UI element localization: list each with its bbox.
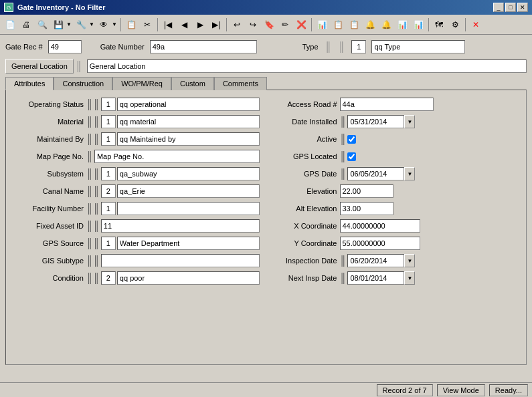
next-insp-date-dropdown[interactable]: ▼ xyxy=(404,271,415,285)
report3-button[interactable]: 📋 xyxy=(347,17,361,32)
access-road-input[interactable] xyxy=(340,98,434,111)
report2-button[interactable]: 📋 xyxy=(331,17,345,32)
two-column-layout: Operating Status ║║ 1 Material ║║ 1 xyxy=(13,97,519,288)
undo-button[interactable]: ↩ xyxy=(230,17,244,32)
active-checkbox[interactable] xyxy=(347,135,356,144)
search-button[interactable]: 🔍 xyxy=(35,17,50,32)
tab-attributes[interactable]: Attributes xyxy=(5,77,54,90)
gps-located-label: GPS Located xyxy=(273,152,340,160)
subsystem-input[interactable] xyxy=(117,167,260,180)
gps-date-dropdown[interactable]: ▼ xyxy=(404,167,415,180)
title-bar: G Gate Inventory - No Filter _ □ ✕ xyxy=(0,0,532,15)
x-coord-input[interactable] xyxy=(340,219,420,233)
save-dropdown[interactable]: ▼ xyxy=(66,17,72,32)
alt-elevation-input[interactable] xyxy=(340,202,393,215)
map-button[interactable]: 🗺 xyxy=(432,17,446,32)
alt-elevation-label: Alt Elevation xyxy=(273,205,340,213)
date-installed-input[interactable] xyxy=(347,115,404,128)
material-row: Material ║║ 1 xyxy=(13,114,260,129)
fixed-asset-id-input[interactable] xyxy=(101,219,260,233)
print-button[interactable]: 🖨 xyxy=(19,17,33,32)
settings-button[interactable]: ⚙ xyxy=(448,17,462,32)
bookmark-button[interactable]: 🔖 xyxy=(262,17,276,32)
edit-button[interactable]: ✏ xyxy=(278,17,292,32)
map-page-row: Map Page No. ║ xyxy=(13,149,260,164)
header-fields: Gate Rec # Gate Number Type ║ ║ 1 xyxy=(3,37,529,56)
separator-5 xyxy=(428,18,429,31)
gis-subtype-input[interactable] xyxy=(101,254,260,267)
elevation-input[interactable] xyxy=(340,184,393,198)
facility-number-row: Facility Number ║║ 1 xyxy=(13,201,260,216)
canal-name-input[interactable] xyxy=(117,184,260,198)
tab-custom[interactable]: Custom xyxy=(171,77,214,90)
condition-input[interactable] xyxy=(117,271,260,285)
redo-button[interactable]: ↪ xyxy=(246,17,260,32)
type-label: Type xyxy=(302,43,319,51)
condition-label: Condition xyxy=(13,274,86,282)
save-button[interactable]: 💾 xyxy=(51,17,66,32)
next-record-button[interactable]: ▶ xyxy=(193,17,207,32)
delete-button[interactable]: ❌ xyxy=(294,17,308,32)
x-coord-row: X Coordinate xyxy=(273,219,520,233)
status-bar: Record 2 of 7 View Mode Ready... xyxy=(0,382,532,397)
gps-located-row: GPS Located ║ xyxy=(273,149,520,164)
minimize-button[interactable]: _ xyxy=(493,3,504,12)
gps-source-input[interactable] xyxy=(117,237,260,250)
date-installed-dropdown[interactable]: ▼ xyxy=(404,115,415,128)
inspection-date-dropdown[interactable]: ▼ xyxy=(404,254,415,267)
map-page-input[interactable] xyxy=(94,150,260,163)
tab-construction[interactable]: Construction xyxy=(54,77,112,90)
gps-located-checkbox[interactable] xyxy=(347,152,356,161)
gate-rec-input[interactable] xyxy=(48,40,82,53)
active-row: Active ║ xyxy=(273,132,520,146)
prev-record-button[interactable]: ◀ xyxy=(177,17,191,32)
close-button[interactable]: ✕ xyxy=(517,3,528,12)
view-button[interactable]: 👁 xyxy=(96,17,111,32)
close-app-button[interactable]: ✕ xyxy=(468,17,483,32)
window-title: Gate Inventory - No Filter xyxy=(17,3,105,11)
facility-number-input[interactable] xyxy=(117,202,260,215)
y-coord-input[interactable] xyxy=(340,237,420,250)
material-input[interactable] xyxy=(117,115,260,128)
cut-button[interactable]: ✂ xyxy=(140,17,155,32)
ready-status: Ready... xyxy=(489,384,528,396)
cond-pipes: ║║ xyxy=(86,273,100,283)
last-record-button[interactable]: ▶| xyxy=(209,17,224,32)
act-pipe: ║ xyxy=(340,134,347,144)
separator-2 xyxy=(157,18,158,31)
clipboard-button[interactable]: 📋 xyxy=(124,17,139,32)
ss-pipes: ║║ xyxy=(86,168,100,179)
view-dropdown[interactable]: ▼ xyxy=(111,17,118,32)
y-coord-label: Y Coordinate xyxy=(273,239,340,247)
report1-button[interactable]: 📊 xyxy=(315,17,329,32)
material-label: Material xyxy=(13,118,86,126)
gate-number-input[interactable] xyxy=(150,40,257,53)
operating-status-input[interactable] xyxy=(117,98,260,111)
tab-comments[interactable]: Comments xyxy=(214,77,267,90)
gps-source-label: GPS Source xyxy=(13,239,86,247)
maintained-by-row: Maintained By ║║ 1 xyxy=(13,132,260,146)
elevation-label: Elevation xyxy=(273,187,340,195)
next-insp-date-label: Next Insp Date xyxy=(273,274,340,282)
general-location-button[interactable]: General Location xyxy=(5,59,74,74)
chart1-button[interactable]: 📊 xyxy=(395,17,410,32)
general-location-input[interactable] xyxy=(87,59,527,73)
chart2-button[interactable]: 📊 xyxy=(411,17,426,32)
type-input[interactable] xyxy=(371,40,465,53)
canal-name-label: Canal Name xyxy=(13,187,86,195)
tab-wo-pm-req[interactable]: WO/PM/Req xyxy=(112,77,171,90)
first-record-button[interactable]: |◀ xyxy=(161,17,175,32)
alert2-button[interactable]: 🔔 xyxy=(379,17,393,32)
maintained-by-input[interactable] xyxy=(117,132,260,146)
fn-pipes: ║║ xyxy=(86,203,100,214)
tools-dropdown[interactable]: ▼ xyxy=(88,17,95,32)
maximize-button[interactable]: □ xyxy=(505,3,516,12)
alert1-button[interactable]: 🔔 xyxy=(363,17,377,32)
date-installed-row: Date Installed ║ ▼ xyxy=(273,114,520,129)
new-button[interactable]: 📄 xyxy=(3,17,17,32)
tools-button[interactable]: 🔧 xyxy=(74,17,88,32)
next-insp-date-input[interactable] xyxy=(347,271,404,285)
inspection-date-input[interactable] xyxy=(347,254,404,267)
gps-date-input[interactable] xyxy=(347,167,404,180)
next-insp-date-row: Next Insp Date ║ ▼ xyxy=(273,271,520,285)
